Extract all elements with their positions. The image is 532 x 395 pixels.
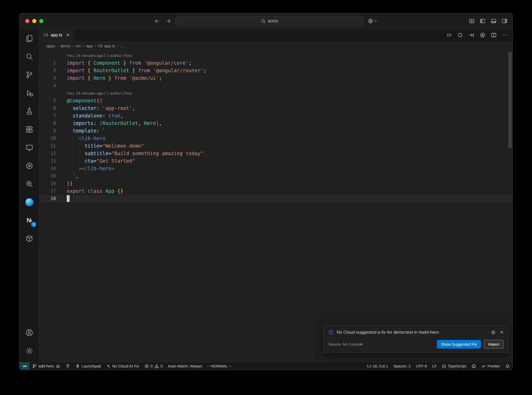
activity-bar-item-nx-console[interactable]: N›3 [19,211,39,229]
breadcrumb-item-apps[interactable]: apps [46,44,55,48]
code-line[interactable]: }) [56,180,513,187]
status-item-notifications-bell[interactable] [503,362,513,370]
breadcrumb-item-demo[interactable]: demo [60,44,70,48]
toggle-secondary-sidebar-button[interactable] [502,18,507,24]
activity-bar-item-accounts[interactable] [19,324,39,342]
split-editor-button[interactable] [491,32,497,38]
code-line[interactable]: imports: [RouterOutlet, Hero], [56,120,513,127]
status-item-git-branch-status[interactable]: add-hero [30,362,63,370]
zoom-window-button[interactable] [39,19,43,23]
tab-close-button[interactable]: × [66,32,70,38]
vscode-window: acme N›3 TS app.ts [19,13,513,370]
more-actions-button[interactable] [502,32,508,38]
braces-icon: {} [442,364,446,368]
status-item-problems[interactable]: 00 [142,362,165,370]
code-line[interactable]: selector: 'app-root', [56,104,513,112]
breadcrumb-item-src[interactable]: src [76,44,81,48]
status-item-encoding[interactable]: UTF-8 [413,362,430,370]
blame-row: You, 24 minutes ago | 1 author (You) [39,52,513,59]
vertical-scrollbar[interactable] [508,52,512,148]
code-lines: You, 24 minutes ago | 1 author (You)1imp… [39,52,513,202]
activity-bar-item-remote-explorer[interactable] [19,139,39,157]
code-editor[interactable]: You, 24 minutes ago | 1 author (You)1imp… [39,51,513,362]
activity-bar-item-containers[interactable] [19,229,39,248]
code-line[interactable]: import { Component } from '@angular/core… [56,59,513,67]
status-item-nx-launchpad[interactable]: Launchpad [73,362,103,370]
status-item-indentation[interactable]: Spaces: 2 [391,362,413,370]
desktop-background: acme N›3 TS app.ts [0,0,532,395]
navigate-forward-button[interactable] [165,18,171,24]
activity-bar-bottom [19,324,39,360]
breadcrumb-item-app[interactable]: app [86,44,93,48]
activity-bar-item-code-search[interactable] [19,175,39,193]
status-label: -- NORMAL -- [207,364,231,368]
code-line[interactable]: import { Hero } from '@acme/ui'; [56,74,513,82]
code-row-1: 1import { Component } from '@angular/cor… [39,59,513,67]
activity-bar-item-testing[interactable] [19,102,39,120]
git-codelens-annotation[interactable]: You, 24 minutes ago | 1 author (You) [56,52,513,59]
status-item-language-mode[interactable]: {}TypeScript [439,362,469,370]
breadcrumb-item--[interactable]: … [120,44,124,48]
notification-close-button[interactable]: × [499,330,503,335]
activity-bar-item-run-and-debug[interactable] [19,84,39,102]
git-codelens-annotation[interactable]: You, 24 minutes ago | 1 author (You) [56,89,513,97]
compare-changes-button[interactable] [446,32,452,38]
code-line[interactable]: <lib-hero [56,135,513,142]
minimize-window-button[interactable] [32,19,36,23]
double-check-icon [481,364,486,368]
navigate-back-button[interactable] [155,18,160,24]
code-line[interactable] [56,195,513,202]
editor-actions [446,29,513,41]
error-icon [144,364,149,368]
status-item-nx-cloud-ai-fix[interactable]: Nx Cloud AI Fix [103,362,142,370]
status-item-remote-indicator[interactable]: >< [19,362,30,370]
activity-bar-item-manage-settings[interactable] [19,342,39,360]
activity-bar-item-extensions[interactable] [19,120,39,139]
code-line[interactable]: standalone: true, [56,112,513,120]
status-item-auto-attach-plug[interactable] [63,362,73,370]
code-line[interactable]: subtitle="Build something amazing today" [56,150,513,157]
status-item-auto-attach[interactable]: Auto Attach: Always [165,362,205,370]
account-menu[interactable] [368,18,378,24]
toggle-primary-sidebar-button[interactable] [480,18,486,24]
activity-bar-item-search[interactable] [19,48,39,66]
account-icon [368,18,373,24]
code-line[interactable]: @Component({ [56,97,513,104]
status-item-vim-mode[interactable]: -- NORMAL -- [205,362,234,370]
show-suggested-fix-button[interactable]: Show Suggested Fix [437,340,481,348]
activity-bar-item-source-control[interactable] [19,66,39,84]
code-line[interactable]: import { RouterOutlet } from '@angular/r… [56,67,513,74]
line-number: 16 [39,180,56,187]
code-line[interactable]: template: ` [56,127,513,135]
code-line[interactable]: cta="Get Started" [56,157,513,165]
toggle-panel-button[interactable] [491,18,496,24]
command-center-search[interactable]: acme [176,16,363,26]
code-line[interactable]: `, [56,172,513,180]
status-item-prettier[interactable]: Prettier [479,362,503,370]
status-item-cursor-position[interactable]: Ln 18, Col 1 [364,362,391,370]
close-window-button[interactable] [25,19,29,23]
notification-settings-button[interactable] [491,330,496,335]
code-line[interactable]: title="Welcmoe demo" [56,142,513,150]
activity-bar-item-explorer[interactable] [19,29,39,48]
customize-layout-button[interactable] [469,18,475,24]
typescript-icon: TS [43,33,48,37]
run-file-button[interactable] [480,32,486,38]
nav-buttons [155,18,171,24]
notification-title: Nx Cloud suggested a fix for demo:test i… [337,330,488,335]
run-to-cursor-button[interactable] [469,32,474,38]
activity-bar-item-run-tasks[interactable] [19,157,39,175]
breadcrumb-label: apps [46,44,55,48]
tab-app-ts[interactable]: TS app.ts × [39,29,74,41]
run-coverage-button[interactable] [457,32,463,38]
activity-bar-item-edge-devtools[interactable] [19,193,39,211]
reject-button[interactable]: Reject [484,340,503,348]
status-item-feedback[interactable] [469,362,479,370]
code-line[interactable]: export class App {} [56,187,513,195]
code-line[interactable] [56,82,513,89]
status-item-eol-sequence[interactable]: LF [429,362,439,370]
code-line[interactable]: ></lib-hero> [56,165,513,172]
arrow-left-icon [155,18,160,24]
line-number: 7 [39,112,56,120]
breadcrumb-item-app-ts[interactable]: TSapp.ts [98,44,115,48]
